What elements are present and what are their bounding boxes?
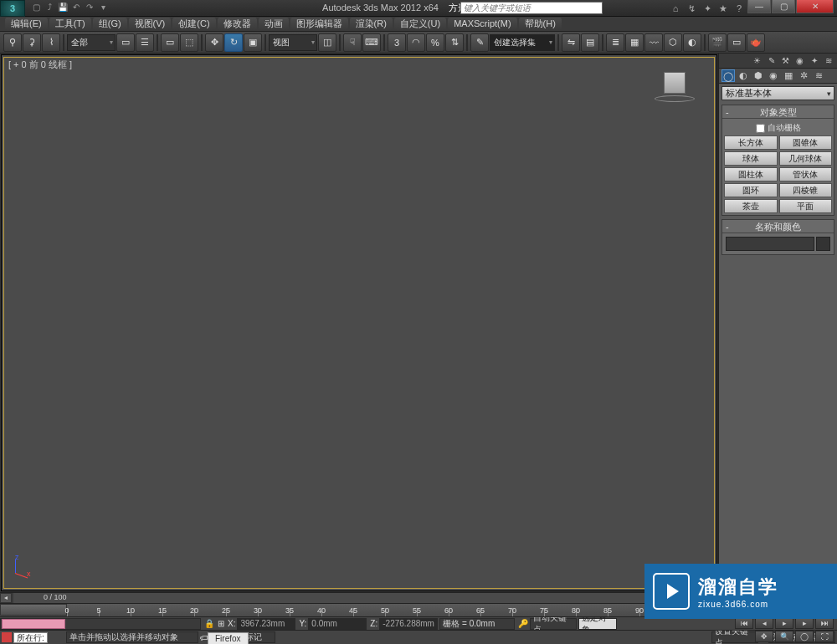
align-icon[interactable]: ▤	[581, 33, 599, 52]
keyboard-shortcut-icon[interactable]: ⌨	[362, 33, 381, 52]
tab-display-icon[interactable]: ▦	[782, 69, 795, 82]
lock-icon[interactable]: 🔒	[203, 619, 216, 628]
ref-coord-dropdown[interactable]: 视图	[269, 34, 317, 51]
minimize-button[interactable]: —	[747, 0, 771, 13]
viewport[interactable]: [ + 0 前 0 线框 ] z x	[1, 54, 717, 591]
viewcube-face[interactable]	[664, 72, 686, 94]
communication-icon[interactable]: ↯	[685, 2, 698, 15]
cp-display-icon[interactable]: ◉	[793, 54, 806, 67]
z-coord[interactable]: -2276.288mm	[379, 618, 438, 630]
render-production-icon[interactable]: 🫖	[747, 33, 765, 52]
btn-torus[interactable]: 圆环	[724, 183, 778, 197]
exchange-icon[interactable]: ✦	[701, 2, 714, 15]
angle-snap-icon[interactable]: ◠	[407, 33, 425, 52]
menu-edit[interactable]: 编辑(E)	[5, 18, 48, 30]
selobj-dropdown[interactable]: 选定对象	[578, 618, 617, 630]
tab-modify-icon[interactable]: ◐	[737, 69, 750, 82]
bind-spacewarp-icon[interactable]: ⌇	[42, 33, 60, 52]
autokey-button[interactable]: 自动关键点	[530, 618, 577, 630]
curve-editor-icon[interactable]: 〰	[644, 33, 663, 52]
use-center-icon[interactable]: ◫	[318, 33, 336, 52]
nav-max-icon[interactable]: ⛶	[815, 631, 834, 642]
close-button[interactable]: ✕	[796, 0, 834, 13]
select-rotate-icon[interactable]: ↻	[224, 33, 243, 52]
qat-new-icon[interactable]: ▢	[30, 2, 42, 13]
btn-teapot[interactable]: 茶壶	[724, 199, 778, 213]
spinner-snap-icon[interactable]: ⇅	[445, 33, 464, 52]
graphite-tools-icon[interactable]: ▦	[625, 33, 644, 52]
menu-help[interactable]: 帮助(H)	[519, 18, 562, 30]
snap-toggle-icon[interactable]: 3	[388, 33, 406, 52]
cp-util-icon[interactable]: ✦	[808, 54, 820, 67]
coord-mode-icon[interactable]: ⊞	[216, 619, 226, 628]
menu-views[interactable]: 视图(V)	[129, 18, 172, 30]
tab-hierarchy-icon[interactable]: ⬢	[752, 69, 765, 82]
menu-animation[interactable]: 动画	[259, 18, 289, 30]
qat-more-icon[interactable]: ▾	[97, 2, 109, 13]
material-editor-icon[interactable]: ◐	[683, 33, 701, 52]
btn-pyramid[interactable]: 四棱锥	[779, 183, 833, 197]
help-search-input[interactable]	[460, 2, 603, 14]
help-icon[interactable]: ?	[732, 2, 746, 15]
schematic-view-icon[interactable]: ⬡	[664, 33, 682, 52]
viewcube-ring[interactable]	[655, 95, 695, 102]
subscription-icon[interactable]: ⌂	[669, 2, 682, 15]
btn-geosphere[interactable]: 几何球体	[779, 151, 833, 166]
rollout-header-objtype[interactable]: -对象类型	[722, 105, 834, 119]
menu-customize[interactable]: 自定义(U)	[394, 18, 446, 30]
tab-motion-icon[interactable]: ◉	[767, 69, 780, 82]
btn-box[interactable]: 长方体	[724, 135, 778, 150]
nav-zoom-icon[interactable]: 🔍	[775, 631, 793, 642]
category-dropdown[interactable]: 标准基本体	[721, 86, 834, 100]
cp-light-icon[interactable]: ☀	[751, 54, 763, 67]
goto-start-icon[interactable]: ⏮	[735, 617, 753, 629]
qat-undo-icon[interactable]: ↶	[70, 2, 82, 13]
timeline-slider[interactable]	[0, 604, 67, 616]
menu-tools[interactable]: 工具(T)	[49, 18, 91, 30]
qat-open-icon[interactable]: ⤴	[44, 2, 55, 13]
select-object-icon[interactable]: ▭	[116, 33, 135, 52]
maximize-button[interactable]: ▢	[772, 0, 795, 13]
select-name-icon[interactable]: ☰	[136, 33, 154, 52]
tab-utilities-icon[interactable]: ✲	[797, 69, 810, 82]
btn-cylinder[interactable]: 圆柱体	[724, 167, 778, 181]
object-name-input[interactable]	[726, 237, 814, 251]
nav-pan-icon[interactable]: ✥	[755, 631, 773, 642]
link-icon[interactable]: ⚲	[3, 33, 22, 52]
rect-region-icon[interactable]: ▭	[161, 33, 179, 52]
next-frame-icon[interactable]: ▸	[795, 617, 814, 629]
firefox-taskbar-tag[interactable]: Firefox	[208, 632, 249, 644]
render-setup-icon[interactable]: 🎬	[708, 33, 727, 52]
menu-rendering[interactable]: 渲染(R)	[350, 18, 393, 30]
window-crossing-icon[interactable]: ⬚	[180, 33, 198, 52]
viewport-label[interactable]: [ + 0 前 0 线框 ]	[8, 59, 72, 71]
layer-manager-icon[interactable]: ≣	[606, 33, 624, 52]
goto-end-icon[interactable]: ⏭	[815, 617, 834, 629]
rollout-header-namecolor[interactable]: -名称和颜色	[722, 220, 834, 233]
btn-sphere[interactable]: 球体	[724, 151, 778, 166]
btn-tube[interactable]: 管状体	[779, 167, 833, 181]
time-scroll-left-icon[interactable]: ◂	[0, 593, 12, 603]
play-icon[interactable]: ▸	[775, 617, 793, 629]
key-icon[interactable]: 🔑	[516, 619, 530, 628]
favorites-icon[interactable]: ★	[716, 2, 730, 15]
select-move-icon[interactable]: ✥	[205, 33, 223, 52]
menu-grapheditors[interactable]: 图形编辑器	[290, 18, 348, 30]
edit-selection-set-icon[interactable]: ✎	[470, 33, 489, 52]
menu-create[interactable]: 创建(C)	[172, 18, 215, 30]
tab-create-icon[interactable]: ◯	[721, 69, 735, 82]
rendered-frame-icon[interactable]: ▭	[727, 33, 746, 52]
nav-orbit-icon[interactable]: ◯	[795, 631, 814, 642]
track-segment[interactable]	[2, 619, 65, 629]
selection-filter-dropdown[interactable]: 全部	[67, 34, 116, 51]
percent-snap-icon[interactable]: %	[426, 33, 444, 52]
menu-group[interactable]: 组(G)	[93, 18, 127, 30]
app-logo[interactable]: 3	[0, 0, 25, 17]
x-coord[interactable]: 3967.23mm	[237, 618, 295, 630]
menu-maxscript[interactable]: MAXScript(M)	[448, 18, 516, 30]
autogrid-checkbox[interactable]	[756, 124, 765, 133]
cp-hammer-icon[interactable]: ⚒	[779, 54, 792, 67]
tab-extra-icon[interactable]: ≋	[812, 69, 825, 82]
y-coord[interactable]: 0.0mm	[308, 618, 367, 630]
qat-redo-icon[interactable]: ↷	[84, 2, 95, 13]
